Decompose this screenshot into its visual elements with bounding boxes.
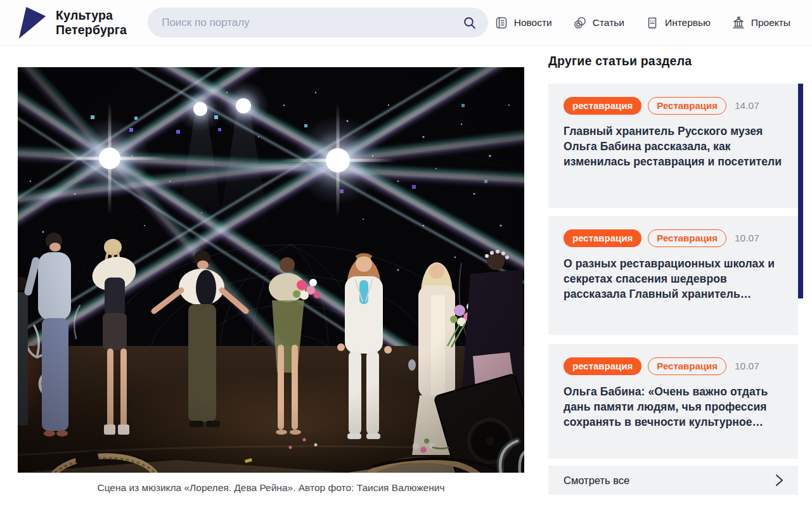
tag-outlined[interactable]: Реставрация [648, 229, 726, 247]
nav-label: Статьи [593, 17, 624, 29]
article-card[interactable]: реставрация Реставрация 10.07 Ольга Баби… [548, 344, 798, 459]
article-date: 10.07 [735, 233, 759, 244]
sidebar-title: Другие статьи раздела [548, 54, 804, 68]
search-input[interactable] [162, 16, 463, 29]
projects-icon [731, 16, 745, 30]
sidebar-scrollbar[interactable] [798, 84, 803, 298]
article-title: Ольга Бабина: «Очень важно отдать дань п… [564, 384, 783, 430]
article-card[interactable]: реставрация Реставрация 10.07 О разных р… [548, 216, 798, 335]
photo-caption: Сцена из мюзикла «Лорелея. Дева Рейна». … [18, 482, 524, 494]
nav-item-interview[interactable]: Интервью [645, 16, 711, 30]
search-bar [148, 8, 488, 37]
nav-item-articles[interactable]: Статьи [573, 16, 624, 30]
logo-flag-icon [18, 6, 47, 39]
nav-label: Интервью [665, 17, 711, 29]
view-all-label: Смотреть все [564, 475, 629, 487]
article-title: О разных реставрационных школах и секрет… [564, 256, 783, 302]
logo-line1: Культура [56, 8, 127, 22]
search-icon[interactable] [463, 16, 477, 30]
news-icon [494, 16, 508, 30]
article-card[interactable]: реставрация Реставрация 14.07 Главный хр… [548, 84, 798, 208]
main-nav: Новости Статьи Интервью [494, 16, 790, 30]
nav-item-projects[interactable]: Проекты [731, 16, 790, 30]
articles-icon [573, 16, 587, 30]
interview-icon [645, 16, 659, 30]
site-logo[interactable]: Культура Петербурга [18, 6, 127, 39]
view-all-button[interactable]: Смотреть все [548, 466, 798, 495]
article-media: Сцена из мюзикла «Лорелея. Дева Рейна». … [18, 67, 524, 494]
nav-item-news[interactable]: Новости [494, 16, 552, 30]
tag-outlined[interactable]: Реставрация [648, 357, 726, 375]
chevron-right-icon [774, 473, 784, 488]
header: Культура Петербурга Новости [0, 0, 812, 46]
tag-filled[interactable]: реставрация [564, 357, 641, 375]
logo-line2: Петербурга [56, 23, 127, 37]
logo-text: Культура Петербурга [56, 8, 127, 36]
tag-outlined[interactable]: Реставрация [648, 97, 726, 115]
nav-label: Новости [514, 17, 552, 29]
article-card-list: реставрация Реставрация 14.07 Главный хр… [548, 84, 803, 495]
stage-photo [18, 67, 524, 473]
tag-filled[interactable]: реставрация [564, 97, 641, 115]
related-articles-sidebar: Другие статьи раздела реставрация Рестав… [548, 54, 804, 495]
article-date: 10.07 [735, 361, 759, 372]
article-date: 14.07 [735, 100, 759, 112]
nav-label: Проекты [751, 17, 790, 29]
tag-filled[interactable]: реставрация [564, 229, 641, 247]
article-title: Главный хранитель Русского музея Ольга Б… [564, 124, 783, 169]
